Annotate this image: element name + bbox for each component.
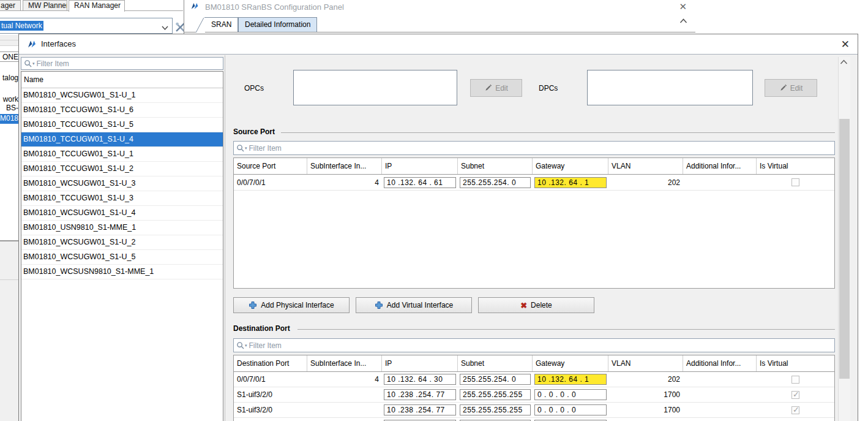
column-header[interactable]: Destination Port [234,355,307,371]
interface-list-filter[interactable]: ▾ [21,57,223,70]
filter-input[interactable] [249,341,832,350]
column-header[interactable]: Is Virtual [757,355,834,371]
list-item[interactable]: BM01810_WCSUGW01_S1-U_3 [21,176,223,191]
table-row[interactable]: 0/0/7/0/1410 .132. 64 . 61255.255.254. 0… [234,175,834,191]
tree-item-selected[interactable]: M0181 [0,114,19,124]
search-icon [24,59,32,67]
cell-gateway-field[interactable]: 0 . 0 . 0 . 0 [534,389,607,400]
dialog-title: Interfaces [41,39,76,48]
dpcs-label: DPCs [539,84,558,93]
table-row[interactable]: S1-uif3/2/010 .238 .254. 77255.255.255.2… [234,403,834,418]
list-item[interactable]: BM01810_USN9810_S1-MME_1 [21,221,223,235]
cell-subnet-field[interactable]: 255.255.255.255 [460,389,531,400]
cell-gateway-field[interactable]: 10 .132. 64 . 1 [534,374,607,385]
is-virtual-checkbox[interactable] [791,391,799,399]
add-physical-interface-button[interactable]: Add Physical Interface [233,297,350,313]
cell-subnet-field[interactable]: 255.255.255.255 [460,404,531,415]
column-header[interactable]: Is Virtual [757,158,834,174]
column-header[interactable]: Gateway [533,158,608,174]
scroll-up-icon[interactable] [679,17,689,27]
table-row[interactable]: S1-uif3/2/010 .238 .254. 77255.255.255.2… [234,418,834,421]
scrollbar-thumb[interactable] [839,119,850,379]
column-header[interactable]: SubInterface In... [307,158,382,174]
list-item[interactable]: BM01810_WCSUSN9810_S1-MME_1 [21,265,223,279]
is-virtual-checkbox[interactable] [791,376,799,384]
cell-ip-field[interactable]: 10 .238 .254. 77 [384,404,456,415]
configuration-panel-window: BM01810 SRanBS Configuration Panel ✕ SRA… [184,0,695,34]
filter-input[interactable] [37,59,220,68]
is-virtual-checkbox[interactable] [791,406,799,414]
list-item[interactable]: BM01810_WCSUGW01_S1-U_4 [21,206,223,221]
filter-input[interactable] [249,144,832,153]
chevron-down-icon[interactable]: ▾ [32,61,35,66]
delete-button[interactable]: ✖Delete [478,297,594,313]
section-rule [297,329,835,330]
column-header[interactable]: Source Port [234,158,307,174]
cell-subnet-field[interactable]: 255.255.254. 0 [460,374,531,385]
table-row[interactable]: S1-uif3/2/010 .238 .254. 77255.255.255.2… [234,387,834,403]
tab-ran-manager[interactable]: RAN Manager [69,0,125,12]
chevron-down-icon[interactable]: ▾ [245,343,247,348]
column-header[interactable]: VLAN [608,158,683,174]
list-item[interactable]: BM01810_TCCUGW01_S1-U_2 [21,162,223,176]
cell-vlan: 1700 [608,406,683,414]
chevron-down-icon[interactable]: ▾ [245,146,247,151]
panel-splitter[interactable] [225,55,225,421]
list-item[interactable]: BM01810_TCCUGW01_S1-U_1 [21,147,223,162]
list-item[interactable]: BM01810_TCCUGW01_S1-U_6 [21,103,223,118]
cell-subinterface: 4 [307,178,382,187]
tab-manager-partial[interactable]: ager [0,0,21,11]
column-header[interactable]: SubInterface In... [307,355,382,371]
close-icon[interactable]: ✕ [679,1,687,12]
tab-strip-divider [184,32,695,32]
is-virtual-checkbox[interactable] [791,178,799,186]
network-combobox[interactable]: tual Network [0,18,173,34]
cell-ip-field[interactable]: 10 .132. 64 . 30 [384,374,456,385]
tree-item-partial[interactable]: work [0,95,19,103]
vertical-scrollbar[interactable] [838,57,850,421]
close-icon[interactable]: ✕ [841,38,850,51]
cell-vlan: 1700 [608,390,683,399]
dpcs-edit-button[interactable]: Edit [765,79,817,97]
opcs-edit-button[interactable]: Edit [470,79,522,97]
column-header[interactable]: Additional Infor... [683,355,757,371]
list-item[interactable]: BM01810_WCSUGW01_S1-U_5 [21,250,223,265]
destination-port-filter[interactable]: ▾ [233,338,835,352]
column-header[interactable]: Subnet [458,355,533,371]
tab-mw-planner[interactable]: MW Planner [23,0,67,11]
list-column-header[interactable]: Name [21,72,223,88]
cell-ip-field[interactable]: 10 .132. 64 . 61 [384,177,456,188]
plus-icon [375,301,383,309]
cell-gateway-field[interactable]: 10 .132. 64 . 1 [534,177,607,188]
cell-ip-field[interactable]: 10 .238 .254. 77 [384,389,456,400]
column-header[interactable]: IP [382,158,458,174]
list-item[interactable]: BM01810_TCCUGW01_S1-U_3 [21,191,223,206]
source-port-filter[interactable]: ▾ [233,141,835,155]
list-item[interactable]: BM01810_TCCUGW01_S1-U_4 [21,132,223,147]
cell-subnet-field[interactable]: 255.255.254. 0 [460,177,531,188]
tab-detailed-information[interactable]: Detailed Information [238,17,317,32]
opcs-field[interactable] [293,70,457,105]
column-header[interactable]: Gateway [533,355,608,371]
tab-sran[interactable]: SRAN [204,17,238,32]
cell-gateway-field[interactable]: 0 . 0 . 0 . 0 [534,404,607,415]
list-item[interactable]: BM01810_WCSUGW01_S1-U_1 [21,88,223,103]
tree-item-partial[interactable]: ONE [0,51,19,62]
tree-item-partial[interactable]: talog [0,74,19,82]
add-virtual-interface-button[interactable]: Add Virtual Interface [356,297,472,313]
column-header[interactable]: Additional Infor... [683,158,757,174]
list-item[interactable]: BM01810_WCSUGW01_S1-U_2 [21,235,223,250]
app-logo-icon [190,2,200,12]
scroll-up-icon[interactable] [840,58,849,67]
tree-item-partial[interactable]: -BS [0,104,19,112]
opcs-label: OPCs [244,84,264,93]
chevron-down-icon[interactable] [162,23,168,32]
table-row[interactable]: 0/0/7/0/1410 .132. 64 . 30255.255.254. 0… [234,372,834,387]
column-header[interactable]: IP [382,355,458,371]
column-header[interactable]: VLAN [608,355,683,371]
background-row [0,40,19,46]
dpcs-field[interactable] [587,70,753,105]
column-header[interactable]: Subnet [458,158,533,174]
dialog-titlebar[interactable]: Interfaces ✕ [19,34,858,55]
list-item[interactable]: BM01810_TCCUGW01_S1-U_5 [21,118,223,132]
